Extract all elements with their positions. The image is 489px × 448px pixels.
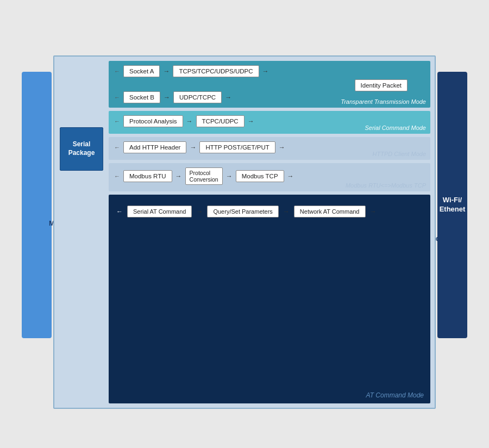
serial-package-label: SerialPackage (68, 140, 95, 157)
protocol-conversion-box: ProtocolConversion (185, 167, 223, 185)
socket-b-arrow: → (164, 94, 170, 101)
socket-a-left-arrow: ← (114, 68, 120, 74)
identity-packet-row: Identity Packet (114, 79, 425, 91)
modbus-arrow1: → (175, 172, 182, 180)
left-mcu-bar (22, 72, 52, 338)
socket-b-box: Socket B (123, 91, 160, 103)
at-left-arrow1: ← (116, 208, 123, 215)
add-http-header-box: Add HTTP Header (123, 141, 186, 153)
http-post-get-put-box: HTTP POST/GET/PUT (199, 141, 275, 153)
tcpc-right-arrow: → (248, 117, 254, 125)
at-right-arrow: → (370, 208, 377, 215)
protocol-arrow: → (186, 117, 193, 125)
http-arrow: → (190, 144, 196, 151)
socket-a-arrow: → (163, 67, 170, 75)
socket-a-box: Socket A (123, 65, 160, 77)
serial-package-box: SerialPackage (60, 127, 103, 171)
httpd-section: ← Add HTTP Header → HTTP POST/GET/PUT → … (109, 137, 430, 160)
network-at-command-box: Network AT Command (294, 206, 366, 217)
socket-a-row: ← Socket A → TCPS/TCPC/UDPS/UDPC → (114, 65, 425, 77)
tcps-right-arrow: → (262, 67, 269, 75)
tcps-box: TCPS/TCPC/UDPS/UDPC (173, 65, 259, 77)
at-command-row: ← Serial AT Command → Query/Set Paramete… (116, 206, 423, 217)
udpc-right-arrow: → (225, 94, 231, 101)
architecture-diagram: MCU UART ▷ Wi-Fi/Ethenet ⇔ SerialPackage… (22, 39, 467, 409)
http-right-arrow: → (279, 144, 285, 151)
protocol-left-arrow: ← (114, 118, 120, 125)
protocol-analysis-box: Protocol Analysis (123, 115, 183, 127)
modbus-left-arrow: ← (114, 173, 120, 179)
wifi-ethernet-label: Wi-Fi/Ethenet (440, 196, 466, 214)
modbus-right-arrow: → (287, 172, 294, 180)
modbus-arrow2: → (226, 172, 233, 180)
right-wifi-bar: Wi-Fi/Ethenet (437, 72, 467, 338)
http-left-arrow: ← (114, 144, 120, 151)
modbus-label: Modbus RTU<=>Modbus TCP (346, 182, 426, 189)
inner-sections-area: ← Socket A → TCPS/TCPC/UDPS/UDPC → Ident… (109, 61, 430, 403)
serial-cmd-label: Serial Command Mode (365, 125, 427, 131)
at-arrow1: → (196, 208, 203, 215)
httpd-label: HTTPD Client Mode (373, 151, 426, 157)
modbus-tcp-box: Modbus TCP (236, 170, 284, 182)
query-set-params-box: Query/Set Parameters (207, 206, 278, 217)
socket-b-left-arrow: ← (114, 94, 120, 101)
serial-at-command-box: Serial AT Command (127, 206, 192, 217)
transparent-mode-label: Transparent Transmission Mode (341, 98, 426, 105)
tcpc-udpc-box: TCPC/UDPC (196, 115, 244, 127)
identity-packet-box: Identity Packet (355, 79, 408, 91)
at-arrow2: → (283, 208, 290, 215)
at-command-section: ← Serial AT Command → Query/Set Paramete… (109, 195, 430, 403)
modbus-section: ← Modbus RTU → ProtocolConversion → Modb… (109, 163, 430, 191)
main-architecture-box: SerialPackage ← Socket A → TCPS/TCPC/UDP… (53, 55, 436, 409)
at-mode-label: AT Command Mode (366, 391, 424, 399)
transparent-mode-section: ← Socket A → TCPS/TCPC/UDPS/UDPC → Ident… (109, 61, 430, 108)
udpc-tcpc-box: UDPC/TCPC (173, 91, 222, 103)
serial-cmd-section: ← Protocol Analysis → TCPC/UDPC → Serial… (109, 111, 430, 134)
modbus-rtu-box: Modbus RTU (123, 170, 172, 182)
